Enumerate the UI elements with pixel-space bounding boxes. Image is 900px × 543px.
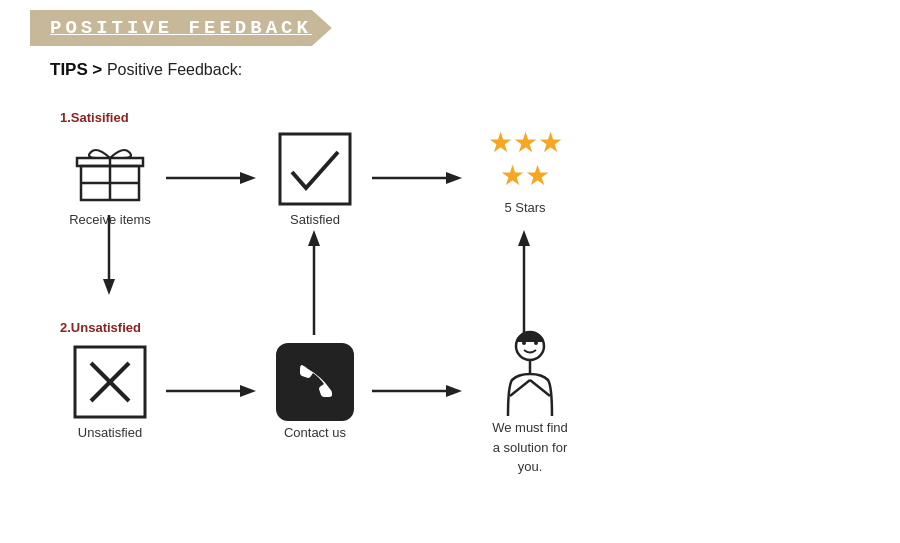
- header-title: POSITIVE FEEDBACK: [50, 17, 312, 39]
- arrow-right-2: [372, 168, 462, 188]
- arrow-right-3: [166, 381, 256, 401]
- star4: ★: [500, 159, 525, 192]
- svg-marker-19: [308, 230, 320, 246]
- x-icon: [71, 343, 149, 421]
- tips-prefix: TIPS: [50, 60, 88, 79]
- phone-icon-wrap: [276, 343, 354, 421]
- satisfied-box: Satisfied: [265, 130, 365, 227]
- page-wrapper: POSITIVE FEEDBACK TIPS > Positive Feedba…: [0, 10, 900, 543]
- five-stars-box: ★ ★ ★ ★ ★ 5 Stars: [470, 126, 580, 215]
- star5: ★: [525, 159, 550, 192]
- unsatisfied-label: Unsatisfied: [78, 425, 142, 440]
- flow-area: 1.Satisified Receive items: [50, 100, 870, 490]
- solution-text: We must finda solution foryou.: [492, 418, 568, 477]
- arrow-right-1: [166, 168, 256, 188]
- contact-us-label: Contact us: [284, 425, 346, 440]
- receive-items-box: Receive items: [60, 130, 160, 227]
- svg-line-26: [510, 380, 530, 396]
- arrow-right-4: [372, 381, 462, 401]
- svg-marker-17: [240, 385, 256, 397]
- svg-rect-8: [280, 134, 350, 204]
- svg-line-27: [530, 380, 550, 396]
- five-stars-label: 5 Stars: [504, 200, 545, 215]
- svg-marker-21: [446, 385, 462, 397]
- person-icon: [490, 328, 570, 416]
- tips-line: TIPS > Positive Feedback:: [0, 46, 900, 80]
- tips-text: Positive Feedback:: [107, 61, 242, 78]
- phone-icon: [292, 359, 338, 405]
- tips-arrow: >: [92, 60, 107, 79]
- svg-marker-10: [446, 172, 462, 184]
- star2: ★: [513, 126, 538, 159]
- checkmark-icon: [276, 130, 354, 208]
- arrow-down: [99, 215, 119, 295]
- star3: ★: [538, 126, 563, 159]
- svg-marker-12: [103, 279, 115, 295]
- star1: ★: [488, 126, 513, 159]
- svg-marker-29: [518, 230, 530, 246]
- arrow-up: [304, 230, 324, 335]
- solution-box: We must finda solution foryou.: [465, 328, 595, 477]
- svg-marker-7: [240, 172, 256, 184]
- step1-label: 1.Satisified: [60, 110, 129, 125]
- satisfied-label: Satisfied: [290, 212, 340, 227]
- gift-icon: [71, 130, 149, 208]
- contact-us-box: Contact us: [265, 343, 365, 440]
- unsatisfied-box: Unsatisfied: [60, 343, 160, 440]
- arrow-up-2: [514, 230, 534, 335]
- step2-label: 2.Unsatisfied: [60, 320, 141, 335]
